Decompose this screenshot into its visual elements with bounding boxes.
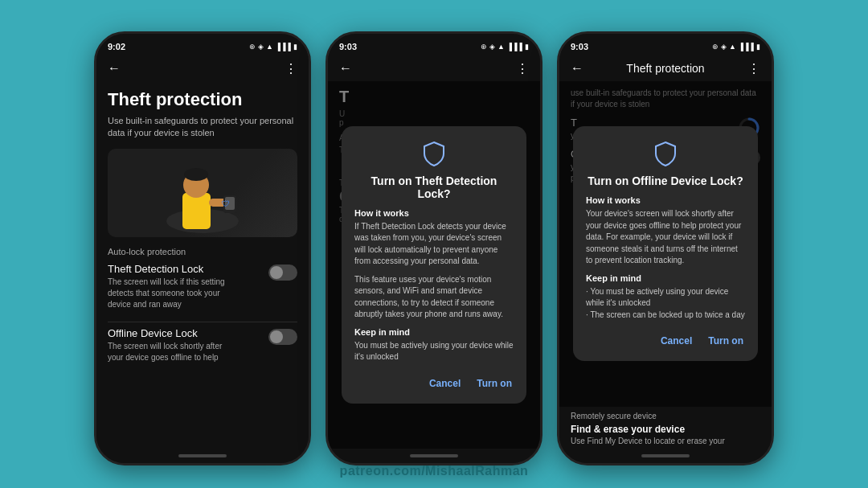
signal-icon-3: ▐▐▐ bbox=[739, 43, 754, 51]
phone-2: 9:03 ⊕ ◈ ▲ ▐▐▐ ▮ ← ⋮ T Up A T bbox=[326, 31, 542, 465]
svg-text:🛡: 🛡 bbox=[222, 199, 230, 208]
keep-in-mind-text-2: You must be actively using your device w… bbox=[354, 340, 514, 363]
remotely-secure-label: Remotely secure device bbox=[571, 412, 760, 420]
home-bar-1 bbox=[96, 449, 309, 463]
back-button-1[interactable]: ← bbox=[108, 61, 121, 76]
battery-icon-3: ▮ bbox=[756, 43, 760, 51]
home-bar-3 bbox=[559, 449, 772, 463]
back-button-2[interactable]: ← bbox=[339, 61, 352, 76]
wifi-icon-3: ▲ bbox=[729, 43, 736, 51]
bullet-2: · The screen can be locked up to twice a… bbox=[586, 310, 745, 319]
home-indicator-2 bbox=[410, 454, 458, 457]
phone1-illustration: 🛡 bbox=[108, 149, 297, 237]
phone1-subtitle: Use built-in safeguards to protect your … bbox=[108, 115, 297, 140]
bluetooth-icon-2: ⊕ bbox=[481, 43, 487, 51]
status-icons-1: ⊕ ◈ ▲ ▐▐▐ ▮ bbox=[249, 43, 297, 51]
back-button-3[interactable]: ← bbox=[571, 61, 583, 76]
wifi-icon: ▲ bbox=[266, 43, 273, 51]
cancel-button-3[interactable]: Cancel bbox=[659, 332, 694, 350]
section-label-1: Auto-lock protection bbox=[108, 247, 297, 256]
how-it-works-label-3: How it works bbox=[586, 195, 641, 205]
status-time-1: 9:02 bbox=[108, 42, 125, 51]
modal-overlay-2: Turn on Theft Detection Lock? How it wor… bbox=[328, 81, 540, 449]
status-time-3: 9:03 bbox=[571, 42, 588, 51]
signal-icon: ▐▐▐ bbox=[276, 43, 291, 51]
setting-offline-device: Offline Device Lock The screen will lock… bbox=[108, 327, 297, 363]
cancel-button-2[interactable]: Cancel bbox=[428, 375, 462, 392]
wifi-icon-2: ▲ bbox=[497, 43, 505, 51]
modal-buttons-3: Cancel Turn on bbox=[586, 332, 745, 350]
offline-device-toggle[interactable] bbox=[268, 329, 297, 345]
keep-in-mind-label-3: Keep in mind bbox=[586, 273, 641, 283]
nfc-icon-2: ◈ bbox=[489, 43, 495, 51]
bullet-1: · You must be actively using your device… bbox=[586, 287, 728, 308]
keep-in-mind-bullets-3: · You must be actively using your device… bbox=[586, 286, 745, 322]
status-time-2: 9:03 bbox=[339, 42, 357, 51]
home-bar-2 bbox=[328, 449, 540, 463]
divider-1 bbox=[108, 322, 297, 322]
setting-theft-detection: Theft Detection Lock The screen will loc… bbox=[108, 263, 297, 310]
phone1-title: Theft protection bbox=[108, 89, 297, 110]
battery-icon: ▮ bbox=[293, 43, 297, 51]
battery-icon-2: ▮ bbox=[525, 43, 529, 51]
offline-device-desc: The screen will lock shortly after your … bbox=[108, 341, 268, 363]
more-button-2[interactable]: ⋮ bbox=[516, 61, 529, 76]
how-it-works-label-2: How it works bbox=[354, 208, 409, 218]
modal-title-2: Turn on Theft Detection Lock? bbox=[354, 174, 514, 200]
top-nav-1: ← ⋮ bbox=[96, 56, 309, 81]
status-bar-1: 9:02 ⊕ ◈ ▲ ▐▐▐ ▮ bbox=[96, 34, 309, 56]
theft-detection-desc: The screen will lock if this setting det… bbox=[108, 277, 268, 310]
keep-in-mind-label-2: Keep in mind bbox=[354, 327, 410, 337]
modal-title-3: Turn on Offline Device Lock? bbox=[586, 174, 745, 187]
top-nav-2: ← ⋮ bbox=[328, 56, 540, 81]
confirm-button-2[interactable]: Turn on bbox=[475, 375, 514, 392]
confirm-button-3[interactable]: Turn on bbox=[706, 332, 745, 350]
illustration-svg: 🛡 bbox=[154, 157, 251, 237]
top-nav-3: ← Theft protection ⋮ bbox=[559, 56, 772, 81]
nav-title-3: Theft protection bbox=[626, 62, 704, 75]
more-button-3[interactable]: ⋮ bbox=[747, 61, 760, 76]
find-erase-title: Find & erase your device bbox=[571, 424, 760, 435]
signal-icon-2: ▐▐▐ bbox=[507, 43, 522, 51]
modal-buttons-2: Cancel Turn on bbox=[354, 375, 514, 392]
phone-3: 9:03 ⊕ ◈ ▲ ▐▐▐ ▮ ← Theft protection ⋮ us… bbox=[557, 31, 774, 465]
screen-1: Theft protection Use built-in safeguards… bbox=[96, 81, 309, 449]
svg-rect-1 bbox=[182, 193, 211, 229]
more-button-1[interactable]: ⋮ bbox=[285, 61, 297, 76]
bluetooth-icon-3: ⊕ bbox=[712, 43, 719, 51]
p3-bottom-content: Remotely secure device Find & erase your… bbox=[559, 407, 772, 449]
modal-shield-icon-2 bbox=[354, 141, 514, 166]
screen-3: use built-in safeguards to protect your … bbox=[559, 81, 772, 407]
watermark: patreon.com/MishaalRahman bbox=[0, 464, 868, 478]
nfc-icon-3: ◈ bbox=[721, 43, 727, 51]
screen-2: T Up A T T Offline Device Lock The scree… bbox=[328, 81, 540, 449]
extra-text-2: This feature uses your device's motion s… bbox=[354, 274, 514, 321]
home-indicator-3 bbox=[641, 454, 690, 457]
nfc-icon: ◈ bbox=[258, 43, 264, 51]
phone-1: 9:02 ⊕ ◈ ▲ ▐▐▐ ▮ ← ⋮ Theft protection Us… bbox=[94, 31, 311, 465]
theft-detection-toggle[interactable] bbox=[268, 265, 297, 281]
svg-point-3 bbox=[184, 168, 208, 181]
how-it-works-text-3: Your device's screen will lock shortly a… bbox=[586, 208, 745, 267]
modal-shield-icon-3 bbox=[586, 141, 745, 166]
find-erase-desc: Use Find My Device to locate or erase yo… bbox=[571, 437, 760, 445]
status-icons-2: ⊕ ◈ ▲ ▐▐▐ ▮ bbox=[481, 43, 529, 51]
toggle-knob-2 bbox=[270, 330, 283, 343]
phones-container: 9:02 ⊕ ◈ ▲ ▐▐▐ ▮ ← ⋮ Theft protection Us… bbox=[94, 31, 774, 465]
status-icons-3: ⊕ ◈ ▲ ▐▐▐ ▮ bbox=[712, 43, 760, 51]
offline-device-title: Offline Device Lock bbox=[108, 327, 268, 339]
status-bar-2: 9:03 ⊕ ◈ ▲ ▐▐▐ ▮ bbox=[328, 34, 540, 56]
bluetooth-icon: ⊕ bbox=[249, 43, 256, 51]
theft-detection-title: Theft Detection Lock bbox=[108, 263, 268, 275]
modal-overlay-3: Turn on Offline Device Lock? How it work… bbox=[559, 81, 772, 407]
home-indicator-1 bbox=[178, 454, 227, 457]
offline-device-modal: Turn on Offline Device Lock? How it work… bbox=[573, 126, 758, 361]
how-it-works-text-2: If Theft Detection Lock detects your dev… bbox=[354, 221, 514, 268]
toggle-knob-1 bbox=[270, 266, 283, 279]
status-bar-3: 9:03 ⊕ ◈ ▲ ▐▐▐ ▮ bbox=[559, 34, 772, 56]
theft-detection-modal: Turn on Theft Detection Lock? How it wor… bbox=[342, 126, 526, 404]
